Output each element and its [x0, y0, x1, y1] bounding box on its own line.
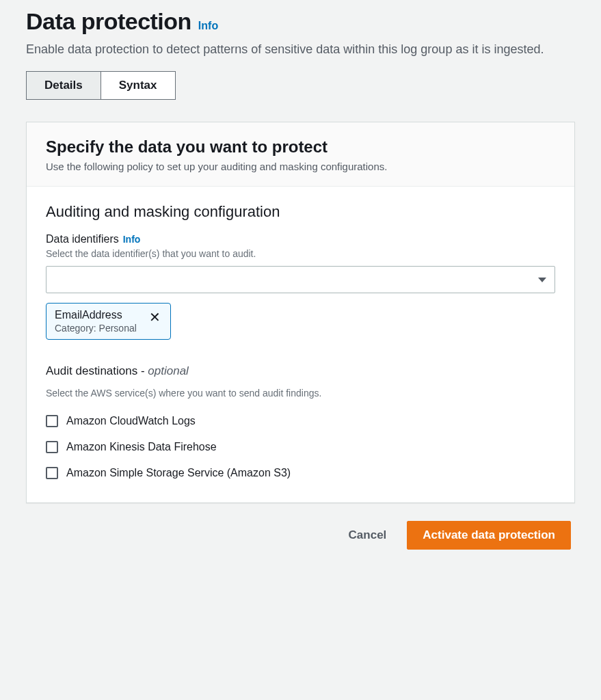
- checkbox-icon: [46, 467, 58, 479]
- page-title: Data protection: [26, 8, 191, 35]
- destination-option-s3[interactable]: Amazon Simple Storage Service (Amazon S3…: [46, 467, 555, 479]
- destination-option-firehose[interactable]: Amazon Kinesis Data Firehose: [46, 441, 555, 453]
- destination-label: Amazon Kinesis Data Firehose: [66, 441, 217, 453]
- token-category: Category: Personal: [55, 323, 137, 334]
- close-icon[interactable]: ✕: [146, 309, 163, 325]
- cancel-button[interactable]: Cancel: [345, 522, 391, 549]
- audit-destinations-label: Audit destinations - optional: [46, 364, 555, 378]
- data-identifiers-help: Select the data identifier(s) that you w…: [46, 248, 555, 259]
- activate-button[interactable]: Activate data protection: [407, 521, 571, 550]
- destination-label: Amazon CloudWatch Logs: [66, 415, 196, 427]
- audit-section-title: Auditing and masking configuration: [46, 203, 555, 221]
- panel-subtitle: Use the following policy to set up your …: [46, 161, 555, 172]
- token-name: EmailAddress: [55, 309, 137, 321]
- panel-title: Specify the data you want to protect: [46, 137, 555, 157]
- data-identifiers-select[interactable]: [46, 266, 555, 293]
- checkbox-icon: [46, 415, 58, 427]
- destination-label: Amazon Simple Storage Service (Amazon S3…: [66, 467, 291, 479]
- destination-option-cloudwatch[interactable]: Amazon CloudWatch Logs: [46, 415, 555, 427]
- data-identifiers-label: Data identifiers: [46, 233, 119, 245]
- data-identifiers-info-link[interactable]: Info: [123, 234, 141, 245]
- data-identifier-token: EmailAddress Category: Personal ✕: [46, 303, 171, 340]
- chevron-down-icon: [538, 278, 546, 282]
- tabs: Details Syntax: [26, 71, 575, 100]
- page-description: Enable data protection to detect pattern…: [26, 40, 559, 59]
- checkbox-icon: [46, 441, 58, 453]
- page-info-link[interactable]: Info: [198, 20, 218, 32]
- tab-syntax[interactable]: Syntax: [101, 71, 176, 100]
- policy-panel: Specify the data you want to protect Use…: [26, 122, 575, 503]
- tab-details[interactable]: Details: [26, 71, 101, 100]
- audit-destinations-help: Select the AWS service(s) where you want…: [46, 388, 555, 399]
